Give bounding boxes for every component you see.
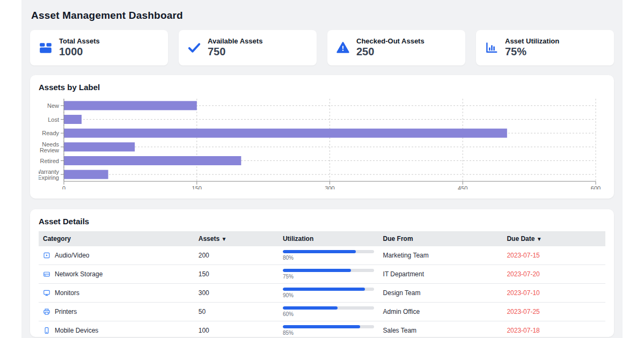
chart-title: Assets by Label bbox=[39, 83, 605, 92]
stat-card-checked-out-assets: Checked-Out Assets 250 bbox=[327, 30, 465, 65]
stat-label: Checked-Out Assets bbox=[356, 38, 425, 46]
mobile-icon bbox=[43, 327, 50, 334]
progress-label: 80% bbox=[283, 255, 374, 261]
monitor-icon bbox=[43, 289, 50, 297]
check-icon bbox=[187, 41, 201, 55]
due-date-cell: 2023-07-20 bbox=[502, 265, 605, 284]
assets-by-label-chart: 0150300450600NewLostReadyNeedsReviewReti… bbox=[39, 97, 603, 189]
svg-text:600: 600 bbox=[591, 185, 601, 189]
warning-icon bbox=[336, 41, 350, 55]
utilization-cell: 85% bbox=[283, 325, 374, 336]
utilization-cell: 80% bbox=[283, 250, 374, 261]
category-label: Printers bbox=[55, 308, 77, 315]
due-date-cell: 2023-07-18 bbox=[502, 321, 605, 337]
svg-text:Lost: Lost bbox=[48, 116, 59, 123]
column-header-due-from[interactable]: Due From bbox=[379, 231, 503, 246]
progress-label: 60% bbox=[283, 311, 374, 317]
dashboard-page: Asset Management Dashboard Total Assets … bbox=[21, 0, 623, 338]
progress-track bbox=[283, 306, 374, 310]
due-from-cell: Sales Team bbox=[379, 321, 503, 337]
due-date-cell: 2023-07-25 bbox=[502, 303, 605, 321]
svg-text:Ready: Ready bbox=[42, 130, 59, 136]
svg-text:New: New bbox=[47, 102, 59, 109]
asset-details-panel: Asset Details Category Assets ▼ Utilizat… bbox=[30, 209, 614, 337]
progress-track bbox=[283, 250, 374, 253]
svg-text:WarrantyExpiring: WarrantyExpiring bbox=[39, 168, 59, 181]
progress-label: 75% bbox=[283, 274, 374, 280]
category-cell: Printers bbox=[43, 308, 190, 315]
progress-track bbox=[283, 325, 374, 328]
video-icon bbox=[43, 252, 50, 259]
table-row: Audio/Video 200 80% Marketing Team 2023-… bbox=[39, 246, 605, 265]
table-row: Mobile Devices 100 85% Sales Team 2023-0… bbox=[39, 321, 605, 337]
stat-card-total-assets: Total Assets 1000 bbox=[30, 30, 168, 65]
column-header-category[interactable]: Category bbox=[39, 231, 194, 246]
category-cell: Monitors bbox=[43, 289, 190, 297]
category-label: Mobile Devices bbox=[55, 327, 98, 334]
svg-text:Retired: Retired bbox=[40, 158, 59, 164]
utilization-cell: 60% bbox=[283, 306, 374, 317]
table-header-row: Category Assets ▼ Utilization Due From D… bbox=[39, 231, 605, 246]
stat-value: 1000 bbox=[59, 46, 100, 58]
column-header-assets[interactable]: Assets ▼ bbox=[194, 231, 279, 246]
progress-fill bbox=[283, 250, 356, 253]
page-title: Asset Management Dashboard bbox=[31, 10, 614, 21]
progress-fill bbox=[283, 288, 365, 291]
category-cell: Audio/Video bbox=[43, 252, 190, 259]
utilization-cell: 75% bbox=[283, 269, 374, 280]
progress-track bbox=[283, 288, 374, 291]
stat-label: Asset Utilization bbox=[505, 38, 559, 46]
assets-by-label-panel: Assets by Label 0150300450600NewLostRead… bbox=[30, 75, 614, 199]
stat-label: Available Assets bbox=[208, 38, 262, 46]
sort-descending-icon: ▼ bbox=[221, 236, 226, 242]
stat-value: 250 bbox=[356, 46, 425, 58]
stat-label: Total Assets bbox=[59, 38, 100, 46]
table-row: Network Storage 150 75% IT Department 20… bbox=[39, 265, 605, 284]
asset-details-table: Category Assets ▼ Utilization Due From D… bbox=[39, 231, 605, 337]
stat-value: 75% bbox=[505, 46, 559, 58]
progress-fill bbox=[283, 306, 338, 310]
stat-card-asset-utilization: Asset Utilization 75% bbox=[476, 30, 614, 65]
category-cell: Network Storage bbox=[43, 270, 190, 278]
due-from-cell: Admin Office bbox=[379, 303, 503, 321]
progress-label: 85% bbox=[283, 330, 374, 336]
table-row: Printers 50 60% Admin Office 2023-07-25 bbox=[39, 303, 605, 321]
bar-chart-icon bbox=[485, 41, 499, 55]
due-date-cell: 2023-07-15 bbox=[502, 246, 605, 265]
briefcase-icon bbox=[39, 41, 53, 55]
column-header-due-date[interactable]: Due Date ▼ bbox=[502, 231, 605, 246]
progress-fill bbox=[283, 325, 361, 328]
assets-cell: 50 bbox=[194, 303, 279, 321]
table-row: Monitors 300 90% Design Team 2023-07-10 bbox=[39, 284, 605, 303]
category-cell: Mobile Devices bbox=[43, 327, 190, 334]
due-from-cell: IT Department bbox=[379, 265, 503, 284]
printer-icon bbox=[43, 308, 50, 315]
category-label: Audio/Video bbox=[55, 252, 90, 259]
stat-value: 750 bbox=[208, 46, 262, 58]
utilization-cell: 90% bbox=[283, 288, 374, 298]
svg-text:300: 300 bbox=[325, 185, 334, 189]
sort-descending-icon: ▼ bbox=[537, 236, 542, 242]
category-label: Network Storage bbox=[55, 270, 103, 278]
assets-cell: 200 bbox=[194, 246, 279, 265]
category-label: Monitors bbox=[55, 289, 79, 297]
assets-cell: 300 bbox=[194, 284, 279, 303]
due-from-cell: Design Team bbox=[379, 284, 503, 303]
column-header-utilization[interactable]: Utilization bbox=[279, 231, 379, 246]
progress-track bbox=[283, 269, 374, 272]
svg-text:450: 450 bbox=[458, 185, 467, 189]
storage-icon bbox=[43, 270, 50, 278]
svg-text:150: 150 bbox=[192, 185, 202, 189]
assets-cell: 150 bbox=[194, 265, 279, 284]
progress-label: 90% bbox=[283, 292, 374, 298]
due-from-cell: Marketing Team bbox=[379, 246, 503, 265]
stats-row: Total Assets 1000 Available Assets 750 C… bbox=[30, 30, 614, 65]
stat-card-available-assets: Available Assets 750 bbox=[179, 30, 317, 65]
assets-cell: 100 bbox=[194, 321, 279, 337]
progress-fill bbox=[283, 269, 352, 272]
due-date-cell: 2023-07-10 bbox=[502, 284, 605, 303]
svg-text:0: 0 bbox=[62, 185, 65, 189]
table-title: Asset Details bbox=[39, 217, 605, 226]
svg-text:NeedsReview: NeedsReview bbox=[40, 141, 60, 153]
